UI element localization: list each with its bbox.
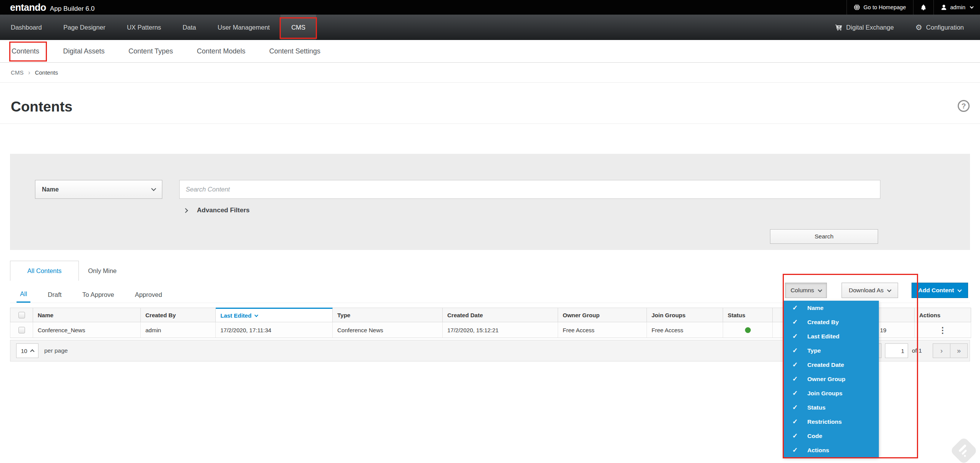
tab-all-contents[interactable]: All Contents: [10, 261, 79, 281]
main-nav: Dashboard Page Designer UX Patterns Data…: [0, 15, 980, 40]
advanced-filters-toggle[interactable]: Advanced Filters: [184, 205, 250, 216]
tab-to-approve[interactable]: To Approve: [79, 286, 118, 303]
add-content-button[interactable]: Add Content: [912, 283, 968, 298]
cms-subnav: Contents Digital Assets Content Types Co…: [0, 40, 980, 63]
column-header-owner-group[interactable]: Owner Group: [558, 308, 647, 322]
search-panel: Name Advanced Filters Search: [10, 154, 970, 250]
check-icon: ✓: [792, 432, 807, 440]
columns-dropdown-menu: ✓Name ✓Created By ✓Last Edited ✓Type ✓Cr…: [783, 301, 879, 457]
cell-owner-group: Free Access: [558, 322, 647, 338]
current-page-input[interactable]: [885, 343, 908, 358]
top-masthead: entando App Builder 6.0 Go to Homepage a…: [0, 0, 980, 15]
select-all-checkbox[interactable]: [18, 312, 25, 318]
app-title: App Builder 6.0: [50, 5, 95, 13]
go-to-homepage-link[interactable]: Go to Homepage: [847, 0, 913, 15]
cell-actions: ⋮: [915, 322, 971, 338]
column-header-actions[interactable]: Actions: [915, 308, 971, 322]
check-icon: ✓: [792, 389, 807, 397]
subnav-item-content-settings[interactable]: Content Settings: [269, 40, 320, 62]
globe-icon: [854, 4, 860, 10]
tab-all[interactable]: All: [17, 286, 30, 303]
columns-menu-item-type[interactable]: ✓Type: [783, 343, 879, 358]
nav-item-digital-exchange[interactable]: Digital Exchange: [824, 15, 905, 40]
search-button[interactable]: Search: [770, 229, 878, 244]
cell-created-date: 17/2/2020, 15:12:21: [443, 322, 558, 338]
columns-menu-item-owner-group[interactable]: ✓Owner Group: [783, 372, 879, 386]
nav-item-dashboard[interactable]: Dashboard: [0, 15, 53, 40]
per-page-label: per page: [44, 340, 68, 361]
column-header-created-by[interactable]: Created By: [141, 308, 216, 322]
check-icon: ✓: [792, 375, 807, 383]
cart-icon: [835, 24, 842, 31]
chevron-down-icon: [151, 186, 156, 191]
cell-type: Conference News: [333, 322, 443, 338]
columns-menu-item-created-by[interactable]: ✓Created By: [783, 315, 879, 329]
columns-menu-item-name[interactable]: ✓Name: [783, 301, 879, 315]
nav-item-data[interactable]: Data: [172, 15, 207, 40]
cell-status: [723, 322, 773, 338]
last-page-button[interactable]: »: [950, 343, 968, 358]
column-header-last-edited[interactable]: Last Edited: [216, 308, 333, 322]
tab-approved[interactable]: Approved: [132, 286, 166, 303]
breadcrumb: CMS › Contents: [0, 63, 980, 83]
subnav-item-digital-assets[interactable]: Digital Assets: [63, 40, 105, 62]
nav-item-page-designer[interactable]: Page Designer: [53, 15, 116, 40]
search-field-selector[interactable]: Name: [35, 180, 162, 199]
page-size-select[interactable]: 10: [16, 343, 38, 358]
nav-item-user-management[interactable]: User Management: [207, 15, 281, 40]
status-green-dot: [745, 327, 751, 333]
check-icon: ✓: [792, 304, 807, 312]
kebab-menu-icon[interactable]: ⋮: [939, 326, 947, 334]
advanced-filters-label: Advanced Filters: [197, 207, 250, 214]
columns-menu-item-code[interactable]: ✓Code: [783, 429, 879, 443]
next-page-button[interactable]: ›: [933, 343, 950, 358]
column-header-type[interactable]: Type: [333, 308, 443, 322]
tab-only-mine[interactable]: Only Mine: [88, 261, 117, 281]
watermark-icon: [950, 436, 978, 463]
columns-menu-item-last-edited[interactable]: ✓Last Edited: [783, 329, 879, 343]
nav-item-cms[interactable]: CMS: [280, 15, 316, 40]
nav-item-configuration[interactable]: ⚙ Configuration: [905, 15, 975, 40]
brand-logo: entando: [10, 2, 46, 13]
columns-menu-item-status[interactable]: ✓Status: [783, 400, 879, 415]
caret-up-icon: [30, 349, 34, 353]
columns-menu-item-actions[interactable]: ✓Actions: [783, 443, 879, 457]
column-header-created-date[interactable]: Created Date: [443, 308, 558, 322]
cell-name: Conference_News: [33, 322, 141, 338]
chevron-right-icon: [183, 208, 188, 213]
check-icon: ✓: [792, 332, 807, 340]
check-icon: ✓: [792, 418, 807, 426]
gear-icon: ⚙: [915, 23, 922, 31]
columns-button[interactable]: Columns: [785, 283, 827, 298]
caret-down-icon: [818, 288, 822, 292]
cell-created-by: admin: [141, 322, 216, 338]
columns-menu-item-restrictions[interactable]: ✓Restrictions: [783, 415, 879, 429]
notifications-button[interactable]: [913, 0, 933, 15]
columns-menu-item-created-date[interactable]: ✓Created Date: [783, 358, 879, 372]
subnav-item-content-models[interactable]: Content Models: [197, 40, 245, 62]
column-header-join-groups[interactable]: Join Groups: [647, 308, 723, 322]
row-checkbox[interactable]: [18, 327, 25, 333]
tab-draft[interactable]: Draft: [44, 286, 65, 303]
download-as-button[interactable]: Download As: [842, 283, 898, 298]
nav-item-ux-patterns[interactable]: UX Patterns: [116, 15, 172, 40]
column-header-status[interactable]: Status: [723, 308, 773, 322]
subnav-item-content-types[interactable]: Content Types: [128, 40, 173, 62]
check-icon: ✓: [792, 403, 807, 411]
columns-menu-item-join-groups[interactable]: ✓Join Groups: [783, 386, 879, 400]
help-icon[interactable]: ?: [958, 100, 970, 112]
search-field-selector-value: Name: [42, 186, 59, 193]
caret-down-icon: [958, 288, 962, 292]
column-header-name[interactable]: Name: [33, 308, 141, 322]
subnav-item-contents[interactable]: Contents: [12, 40, 39, 62]
cell-last-edited: 17/2/2020, 17:11:34: [216, 322, 333, 338]
go-to-homepage-label: Go to Homepage: [863, 4, 906, 10]
caret-down-icon: [887, 288, 892, 292]
page-header: Contents ?: [0, 83, 980, 124]
breadcrumb-separator-icon: ›: [28, 69, 30, 76]
cell-join-groups: Free Access: [647, 322, 723, 338]
breadcrumb-cms[interactable]: CMS: [11, 69, 23, 76]
breadcrumb-contents: Contents: [35, 69, 58, 76]
user-menu[interactable]: admin: [933, 0, 980, 15]
search-input[interactable]: [179, 180, 880, 199]
